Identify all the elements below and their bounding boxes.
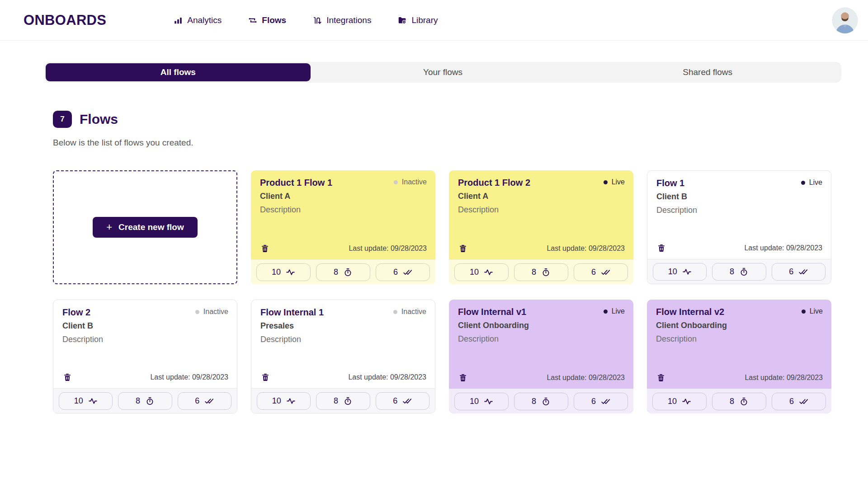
double-check-icon	[601, 397, 610, 406]
trash-icon[interactable]	[656, 373, 666, 383]
stat-value: 6	[393, 267, 398, 277]
flow-description: Description	[458, 334, 624, 344]
flow-card[interactable]: Flow Internal v1Client OnboardingDescrip…	[449, 300, 633, 413]
stat-pill-double-check[interactable]: 6	[376, 392, 429, 410]
trash-icon[interactable]	[260, 244, 270, 253]
flow-card-main: Product 1 Flow 2Client ADescriptionLiveL…	[449, 170, 633, 259]
tab-all-flows[interactable]: All flows	[46, 63, 311, 81]
stat-value: 8	[730, 397, 734, 406]
flow-card-meta: Last update: 09/28/2023	[656, 243, 822, 253]
trash-icon[interactable]	[260, 372, 270, 382]
flow-title: Flow 1	[656, 178, 822, 188]
stat-pill-activity[interactable]: 10	[257, 392, 311, 410]
flow-client: Client A	[458, 192, 624, 201]
stat-pill-activity[interactable]: 10	[256, 263, 311, 281]
status-dot-icon	[394, 180, 398, 184]
flow-stats-bar: 1086	[53, 388, 237, 413]
stat-pill-timer[interactable]: 8	[514, 263, 568, 281]
last-update-label: Last update: 09/28/2023	[744, 244, 822, 252]
nav-label: Flows	[262, 15, 286, 25]
trash-icon[interactable]	[458, 244, 468, 253]
stat-value: 6	[789, 397, 794, 406]
flow-card-main: Flow 1Client BDescriptionLiveLast update…	[647, 171, 831, 259]
stat-pill-timer[interactable]: 8	[118, 392, 172, 410]
onboards-logo: ONBOARDS	[24, 12, 106, 28]
timer-icon	[343, 396, 353, 406]
create-new-flow-button[interactable]: + Create new flow	[93, 217, 198, 238]
nav-item-integrations[interactable]: Integrations	[312, 15, 371, 25]
flow-card[interactable]: Product 1 Flow 2Client ADescriptionLiveL…	[449, 170, 633, 284]
bar-chart-icon	[173, 15, 183, 25]
status-label: Live	[810, 307, 823, 315]
stat-pill-activity[interactable]: 10	[59, 392, 113, 410]
flow-description: Description	[458, 205, 624, 215]
trash-icon[interactable]	[458, 373, 468, 383]
tab-shared-flows[interactable]: Shared flows	[575, 63, 840, 81]
activity-icon	[682, 267, 692, 277]
activity-icon	[484, 267, 493, 277]
user-avatar[interactable]	[832, 7, 858, 33]
flow-card[interactable]: Flow 2Client BDescriptionInactiveLast up…	[53, 300, 237, 413]
page-head: 7 Flows Below is the list of flows you c…	[53, 111, 841, 148]
stat-pill-timer[interactable]: 8	[712, 263, 766, 281]
stat-pill-double-check[interactable]: 6	[178, 392, 231, 410]
stat-pill-timer[interactable]: 8	[712, 393, 766, 410]
status-badge: Live	[802, 307, 823, 315]
flow-stats-bar: 1086	[647, 259, 831, 284]
flow-stats-bar: 1086	[251, 388, 435, 413]
status-dot-icon	[393, 310, 397, 314]
stat-pill-timer[interactable]: 8	[316, 263, 370, 281]
nav-item-library[interactable]: Library	[397, 15, 438, 25]
stat-pill-double-check[interactable]: 6	[772, 393, 826, 410]
swap-vertical-icon	[312, 15, 322, 25]
app-header: ONBOARDS Analytics Flows Integrations Li…	[0, 0, 868, 41]
last-update-label: Last update: 09/28/2023	[547, 244, 625, 253]
activity-icon	[484, 397, 493, 406]
status-label: Inactive	[401, 308, 426, 316]
flows-grid: + Create new flow Product 1 Flow 1Client…	[53, 170, 841, 413]
stat-pill-double-check[interactable]: 6	[574, 263, 628, 281]
trash-icon[interactable]	[62, 372, 72, 382]
plus-icon: +	[106, 222, 112, 232]
activity-icon	[286, 267, 295, 277]
flow-icon	[248, 15, 258, 25]
nav-label: Integrations	[326, 15, 371, 25]
flow-card-main: Product 1 Flow 1Client ADescriptionInact…	[251, 170, 435, 259]
nav-item-flows[interactable]: Flows	[248, 15, 286, 25]
stat-pill-timer[interactable]: 8	[514, 393, 568, 410]
nav-item-analytics[interactable]: Analytics	[173, 15, 222, 25]
activity-icon	[88, 396, 98, 406]
page-content: All flows Your flows Shared flows 7 Flow…	[0, 62, 868, 413]
stat-pill-double-check[interactable]: 6	[574, 393, 628, 410]
tab-your-flows[interactable]: Your flows	[311, 63, 576, 81]
status-label: Live	[612, 178, 625, 186]
flow-card-meta: Last update: 09/28/2023	[458, 373, 625, 383]
folder-gear-icon	[397, 15, 407, 25]
stat-pill-double-check[interactable]: 6	[772, 263, 826, 281]
flow-card[interactable]: Product 1 Flow 1Client ADescriptionInact…	[251, 170, 435, 284]
stat-pill-activity[interactable]: 10	[653, 263, 707, 281]
stat-pill-double-check[interactable]: 6	[376, 263, 430, 281]
stat-value: 10	[668, 267, 677, 277]
flow-card[interactable]: Flow 1Client BDescriptionLiveLast update…	[647, 170, 831, 284]
flow-card-main: Flow Internal 1PresalesDescriptionInacti…	[251, 300, 435, 388]
flow-description: Description	[62, 335, 228, 344]
flow-stats-bar: 1086	[647, 389, 831, 413]
timer-icon	[145, 396, 155, 406]
double-check-icon	[403, 267, 412, 277]
stat-pill-activity[interactable]: 10	[454, 263, 509, 281]
activity-icon	[286, 396, 296, 406]
flow-client: Client Onboarding	[458, 321, 624, 330]
activity-icon	[682, 397, 691, 406]
flow-stats-bar: 1086	[449, 259, 633, 284]
trash-icon[interactable]	[656, 243, 666, 253]
stat-pill-timer[interactable]: 8	[316, 392, 370, 410]
last-update-label: Last update: 09/28/2023	[547, 374, 625, 382]
create-new-flow-card[interactable]: + Create new flow	[53, 170, 237, 284]
stat-pill-activity[interactable]: 10	[652, 393, 707, 410]
flow-card-meta: Last update: 09/28/2023	[260, 372, 426, 382]
flows-tabbar: All flows Your flows Shared flows	[44, 62, 841, 83]
stat-pill-activity[interactable]: 10	[454, 393, 509, 410]
flow-card[interactable]: Flow Internal 1PresalesDescriptionInacti…	[251, 300, 435, 413]
flow-card[interactable]: Flow Internal v2Client OnboardingDescrip…	[647, 300, 831, 413]
